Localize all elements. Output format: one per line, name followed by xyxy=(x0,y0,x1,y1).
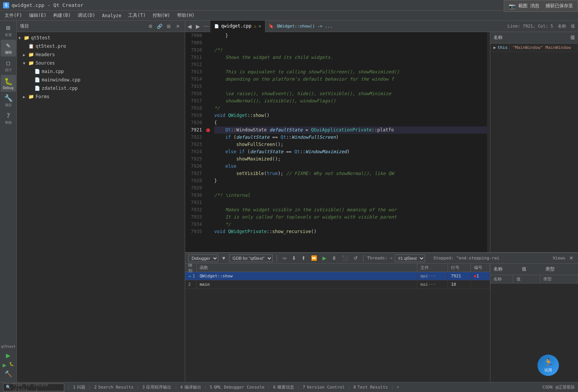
sidebar-item-help[interactable]: ? 帮助 xyxy=(1,110,16,127)
project-tree: ▼ 📁 qt5test 📋 qt5test.pro ▶ 📁 Headers ▼ … xyxy=(17,32,185,382)
run-icon[interactable]: ▶ xyxy=(6,351,10,360)
debugger-restart[interactable]: ↺ xyxy=(352,254,359,262)
folder-icon-sources: 📁 xyxy=(28,60,34,66)
status-item-1[interactable]: 1 问题 xyxy=(73,384,86,390)
status-item-2[interactable]: 2 Search Results xyxy=(94,385,134,390)
panel-filter-btn[interactable]: ⚙ xyxy=(147,23,154,30)
build-icon[interactable]: 🔨 xyxy=(5,370,12,377)
panel-col-btn[interactable]: ⊞ xyxy=(165,23,173,30)
stack-cell-level-2: 2 xyxy=(185,280,197,288)
build-button[interactable]: 🔨 xyxy=(1,370,16,377)
menu-file[interactable]: 文件(F) xyxy=(2,11,25,20)
thread-select[interactable]: #1 qt5test xyxy=(395,254,425,262)
sidebar-item-project[interactable]: 🔧 项目 xyxy=(1,92,16,109)
code-content[interactable]: } /*! Shows the widget and its child wid… xyxy=(211,32,487,252)
menu-debug[interactable]: 调试(D) xyxy=(75,11,98,20)
tab-close-btn[interactable]: ✕ xyxy=(259,24,261,29)
debugger-stop[interactable]: ⬛ xyxy=(340,254,350,262)
stack-cell-num-1: ● 1 xyxy=(471,272,490,280)
debugger-continue[interactable]: ▶ xyxy=(321,254,328,262)
tab-prev-btn[interactable]: ◀ xyxy=(185,21,194,32)
tab-filename: qwidget.cpp xyxy=(221,23,251,29)
menu-bar: 文件(F) 编辑(E) 构建(B) 调试(D) Analyze 工具(T) 控制… xyxy=(0,11,578,21)
sidebar-item-welcome[interactable]: ⊞ 欢迎 xyxy=(1,22,16,39)
tab-menu-btn[interactable]: ⋯ xyxy=(202,21,210,32)
debug-run-icon[interactable]: ▶ xyxy=(3,361,7,369)
tree-arrow-qt5test: ▼ xyxy=(18,36,22,40)
stopped-info: Stopped: "end-stepping-rai xyxy=(433,256,499,261)
search-box[interactable]: 🔍 Type to locate (Ctrl+...) xyxy=(3,384,64,391)
project-panel-title: 项目 xyxy=(20,23,29,29)
stack-row-2[interactable]: 2 main mai··· 10 xyxy=(185,280,490,289)
editor-column: ◀ ▶ ⋯ 📄 qwidget.cpp ⚠ ✕ 🔖 QWidget::show(… xyxy=(185,21,578,382)
debugger-step-over[interactable]: ⤼ xyxy=(281,254,288,262)
avatar[interactable]: 🏃 试用 xyxy=(537,355,559,376)
status-num-1: 1 xyxy=(73,385,76,390)
views-btn[interactable]: Views xyxy=(553,256,565,261)
menu-edit[interactable]: 编辑(E) xyxy=(26,11,50,20)
project-label: 项目 xyxy=(5,103,12,108)
menu-help[interactable]: 帮助(H) xyxy=(174,11,198,20)
var-row-this[interactable]: ▶ this "MainWindow" MainWindow xyxy=(490,44,578,52)
file-icon-zdatelist: 📄 xyxy=(34,86,40,91)
tree-item-forms[interactable]: ▶ 📁 Forms xyxy=(17,92,185,101)
app-window: Q qwidget.cpp - Qt Creator 📷 截图 消息 捕获已保存… xyxy=(0,0,578,392)
sidebar-item-edit[interactable]: ✎ 编辑 xyxy=(1,40,16,57)
run-button[interactable]: ▶ xyxy=(1,351,16,360)
status-item-3[interactable]: 3 应用程序输出 xyxy=(142,384,172,390)
sidebar-item-design[interactable]: ◻ 设计 xyxy=(1,57,16,74)
panel-link-btn[interactable]: 🔗 xyxy=(156,23,163,30)
var-table: ▶ this "MainWindow" MainWindow xyxy=(490,44,578,252)
sidebar-debug-section: qt5test ▶ ▶ 🐛 🔨 xyxy=(1,344,16,382)
status-right: CSDN @辽望星际 xyxy=(542,384,575,390)
menu-analyze[interactable]: Analyze xyxy=(99,12,125,19)
tree-arrow-forms: ▶ xyxy=(23,95,27,99)
status-item-7[interactable]: 7 Version Control xyxy=(303,385,345,390)
status-item-4[interactable]: 4 编译输出 xyxy=(180,384,201,390)
camera-icon: 📷 xyxy=(509,3,515,9)
stack-row-1[interactable]: → 1 QWidget::show qwi··· 7921 ● 1 xyxy=(185,272,490,280)
tab-next-btn[interactable]: ▶ xyxy=(194,21,202,32)
file-icon-main: 📄 xyxy=(34,69,40,74)
edit-icon: ✎ xyxy=(6,41,10,49)
views-close-btn[interactable]: ✕ xyxy=(568,254,575,262)
menu-control[interactable]: 控制(W) xyxy=(150,11,173,20)
status-item-8[interactable]: 8 Test Results xyxy=(353,385,388,390)
tree-item-mainwindow-cpp[interactable]: 📄 mainwindow.cpp xyxy=(17,76,185,84)
stack-col-line: 行号 xyxy=(448,264,471,272)
drt-col-name: 名称 xyxy=(490,275,513,283)
sidebar-item-debug[interactable]: 🐛 Debug xyxy=(1,75,16,92)
tree-item-qt5test[interactable]: ▼ 📁 qt5test xyxy=(17,34,185,42)
panel-close-btn[interactable]: ✕ xyxy=(174,23,182,30)
tree-item-qt5test-pro[interactable]: 📋 qt5test.pro xyxy=(17,42,185,50)
right-panel-val-col: 值 xyxy=(570,34,575,41)
status-item-6[interactable]: 6 概要信息 xyxy=(273,384,294,390)
debugger-dropdown-icon[interactable]: ▼ xyxy=(221,254,227,262)
gdb-select[interactable]: GDB for "qt5test" xyxy=(229,254,273,262)
right-panel-header: 名称 值 xyxy=(490,32,578,44)
debugger-interrupt[interactable]: ⏸ xyxy=(330,254,338,262)
tree-item-headers[interactable]: ▶ 📁 Headers xyxy=(17,50,185,59)
editor-scrollbar[interactable] xyxy=(487,32,490,252)
tree-item-sources[interactable]: ▼ 📁 Sources xyxy=(17,59,185,67)
debugger-right-table: 名称 值 类型 xyxy=(490,275,578,382)
debugger-select[interactable]: Debugger xyxy=(188,254,218,262)
tab-qwidget-cpp[interactable]: 📄 qwidget.cpp ⚠ ✕ xyxy=(210,21,265,32)
code-editor[interactable]: 7908790979107911791279137914791579167917… xyxy=(185,32,490,252)
status-item-5[interactable]: 5 QML Debugger Console xyxy=(210,385,264,390)
search-icon: 🔍 xyxy=(6,385,11,390)
tab-file-icon: 📄 xyxy=(214,24,219,28)
menu-build[interactable]: 构建(B) xyxy=(50,11,74,20)
tree-item-zdatelist-cpp[interactable]: 📄 zdatelist.cpp xyxy=(17,84,185,92)
folder-icon-headers: 📁 xyxy=(28,52,34,57)
tree-item-main-cpp[interactable]: 📄 main.cpp xyxy=(17,67,185,76)
help-label: 帮助 xyxy=(5,120,12,125)
debugger-step-out[interactable]: ⬆ xyxy=(300,254,307,262)
debugger-step-into[interactable]: ⬇ xyxy=(290,254,298,262)
debug-run-button[interactable]: ▶ 🐛 xyxy=(1,361,16,369)
debugger-right-panel: 名称 值 类型 名称 值 类型 xyxy=(490,264,578,382)
status-label-6: 概要信息 xyxy=(277,384,294,390)
menu-tools[interactable]: 工具(T) xyxy=(125,11,149,20)
debugger-run-to-line[interactable]: ⏩ xyxy=(309,254,319,262)
stack-header: 级别 函数 文件 行号 编号 xyxy=(185,264,490,272)
